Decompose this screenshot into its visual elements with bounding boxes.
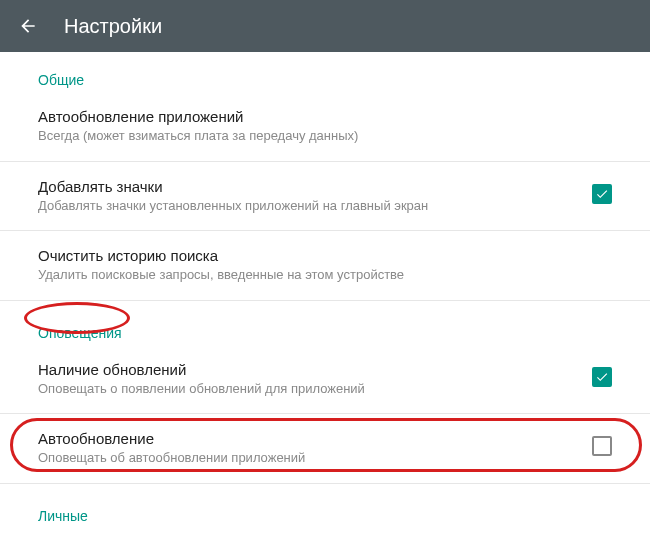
back-icon[interactable]	[16, 14, 40, 38]
item-add-icons[interactable]: Добавлять значки Добавлять значки устано…	[0, 166, 650, 227]
appbar-title: Настройки	[64, 15, 162, 38]
divider	[0, 300, 650, 301]
item-text: Очистить историю поиска Удалить поисковы…	[38, 247, 612, 284]
divider	[0, 230, 650, 231]
section-header-notifications: Оповещения	[0, 305, 160, 349]
settings-content: Общие Автообновление приложений Всегда (…	[0, 52, 650, 541]
item-text: Автообновление приложений Всегда (может …	[38, 108, 612, 145]
item-title: Автообновление приложений	[38, 108, 612, 125]
divider	[0, 161, 650, 162]
item-updates-available[interactable]: Наличие обновлений Оповещать о появлении…	[0, 349, 650, 410]
item-control	[592, 436, 612, 456]
item-control	[592, 367, 612, 387]
item-sub: Добавлять значки установленных приложени…	[38, 197, 572, 215]
section-header-personal: Личные	[0, 488, 650, 532]
divider	[0, 413, 650, 414]
checkbox-auto-update-notify[interactable]	[592, 436, 612, 456]
item-text: Наличие обновлений Оповещать о появлении…	[38, 361, 572, 398]
checkbox-updates-available[interactable]	[592, 367, 612, 387]
item-title: Наличие обновлений	[38, 361, 572, 378]
item-text: Автообновление Оповещать об автообновлен…	[38, 430, 572, 467]
checkbox-add-icons[interactable]	[592, 184, 612, 204]
item-sub: Оповещать о появлении обновлений для при…	[38, 380, 572, 398]
item-auto-update-apps[interactable]: Автообновление приложений Всегда (может …	[0, 96, 650, 157]
section-header-general: Общие	[0, 52, 650, 96]
item-title: Добавлять значки	[38, 178, 572, 195]
appbar: Настройки	[0, 0, 650, 52]
item-title: Очистить историю поиска	[38, 247, 612, 264]
divider	[0, 483, 650, 484]
item-title: Автообновление	[38, 430, 572, 447]
item-sub: Удалить поисковые запросы, введенные на …	[38, 266, 612, 284]
item-parental-control[interactable]: Родительский контроль Для приложений и к…	[0, 532, 650, 541]
item-clear-search[interactable]: Очистить историю поиска Удалить поисковы…	[0, 235, 650, 296]
item-control	[592, 184, 612, 204]
item-sub: Всегда (может взиматься плата за передач…	[38, 127, 612, 145]
item-auto-update-notify[interactable]: Автообновление Оповещать об автообновлен…	[0, 418, 650, 479]
item-sub: Оповещать об автообновлении приложений	[38, 449, 572, 467]
item-text: Добавлять значки Добавлять значки устано…	[38, 178, 572, 215]
